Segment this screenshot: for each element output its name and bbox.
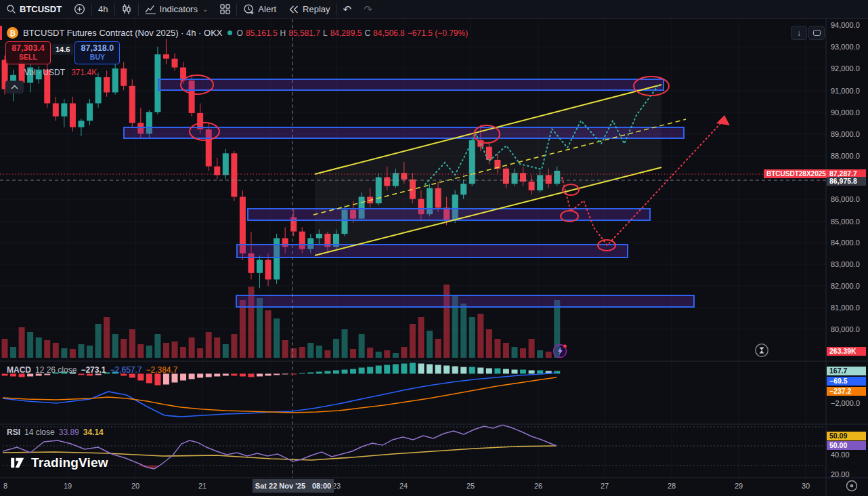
top-toolbar: BTCUSDT 4h Indicators ⌄ — [0, 0, 868, 19]
macd-hist-bar — [137, 374, 144, 381]
volume-legend: Vol · USDT 371.4K — [24, 68, 97, 77]
market-status-dot — [227, 30, 232, 35]
macd-params: 12 26 close — [35, 365, 77, 375]
volume-bar — [274, 318, 280, 358]
candlestick-icon — [121, 3, 132, 15]
volume-bar — [494, 339, 500, 358]
buy-button[interactable]: 87,318.0 BUY — [74, 41, 120, 64]
quick-trade-button[interactable] — [552, 343, 568, 361]
rsi-legend[interactable]: RSI 14 close 33.89 34.14 — [7, 428, 104, 437]
change-value: −671.5 (−0.79%) — [408, 28, 468, 38]
buy-label: BUY — [75, 53, 119, 61]
macd-hist-bar — [223, 374, 229, 376]
price-axis-tick: 81,000.0 — [831, 304, 860, 312]
lightning-icon — [552, 343, 568, 358]
price-axis-tick: 80,000.0 — [831, 325, 860, 333]
chevron-down-icon[interactable]: ⌄ — [202, 5, 208, 13]
rsi-params: 14 close — [24, 428, 55, 437]
timezone-target-button[interactable] — [845, 479, 859, 495]
macd-hist-bar — [324, 371, 330, 374]
supply-demand-zone — [124, 127, 684, 138]
volume-bar — [529, 339, 535, 358]
volume-bar — [342, 329, 348, 358]
volume-bar — [410, 324, 416, 358]
macd-hist-bar — [307, 373, 313, 374]
candle-body — [121, 68, 127, 86]
volume-bar — [2, 339, 8, 358]
macd-line — [3, 373, 557, 417]
rsi-value-badge: 50.00 — [827, 441, 866, 450]
sell-button[interactable]: 87,303.4 SELL — [5, 41, 51, 64]
indicators-button[interactable]: Indicators ⌄ — [139, 0, 215, 19]
crosshair-time-badge: Sat 22 Nov '25 08:00 — [253, 479, 334, 493]
candle-body — [95, 77, 102, 104]
candle-body — [53, 103, 59, 116]
time-axis-tick: 27 — [601, 482, 609, 490]
volume-bar — [112, 334, 118, 358]
volume-axis-badge: 263.39K — [827, 347, 866, 356]
tradingview-logo[interactable]: TradingView — [11, 455, 108, 470]
layout-grid-button[interactable] — [214, 0, 236, 19]
rsi-value: 33.89 — [59, 428, 79, 437]
price-axis-tick: 84,000.0 — [831, 239, 860, 247]
macd-hist-bar — [299, 373, 305, 374]
macd-signal-value: −2,384.7 — [146, 365, 177, 375]
volume-bar — [503, 343, 509, 358]
macd-hist-bar — [367, 367, 373, 374]
chart-app: BTCUSDT 4h Indicators ⌄ — [0, 0, 868, 496]
volume-bar — [460, 304, 466, 358]
price-axis-tick: 91,000.0 — [831, 87, 860, 95]
macd-hist-bar — [494, 369, 500, 374]
contract-price-label: BTCUSDT28X2025 — [764, 169, 829, 178]
frame-icon — [813, 30, 821, 36]
maximize-pane-button[interactable] — [808, 26, 825, 40]
volume-bar — [486, 329, 492, 358]
macd-hist-value: −273.1 — [81, 365, 106, 375]
candle-body — [87, 103, 93, 121]
volume-bar — [27, 332, 33, 358]
macd-legend[interactable]: MACD 12 26 close −273.1 −2,657.7 −2,384.… — [7, 365, 178, 375]
alert-button[interactable]: Alert — [237, 0, 282, 19]
high-label: H — [280, 28, 286, 38]
rsi-ma-value: 34.14 — [83, 428, 104, 437]
interval-button[interactable]: 4h — [92, 0, 114, 19]
macd-hist-bar — [265, 374, 272, 376]
volume-bar — [189, 337, 195, 358]
interval-label: 4h — [98, 4, 108, 14]
history-wait-button[interactable] — [754, 343, 769, 360]
chart-title: BTCUSDT Futures Contract (Nov 2025) · 4h… — [23, 28, 223, 38]
macd-hist-bar — [342, 370, 348, 374]
macd-hist-bar — [393, 365, 399, 374]
candle-body — [112, 68, 118, 92]
candle-body — [231, 153, 237, 197]
compare-add-button[interactable] — [68, 0, 91, 19]
indicators-label: Indicators — [160, 4, 198, 14]
undo-icon: ↶ — [343, 3, 352, 16]
redo-icon: ↷ — [364, 3, 372, 16]
volume-bar — [10, 347, 16, 358]
volume-bar — [520, 348, 526, 358]
chart-canvas[interactable] — [0, 0, 868, 496]
price-axis-tick: 82,000.0 — [831, 282, 860, 290]
price-axis-tick: 93,000.0 — [831, 43, 860, 51]
tradingview-wordmark: TradingView — [31, 455, 108, 470]
search-icon — [6, 4, 16, 14]
macd-hist-bar — [410, 363, 416, 374]
redo-button[interactable]: ↷ — [357, 0, 378, 19]
symbol-search-button[interactable]: BTCUSDT — [0, 0, 68, 19]
time-axis-tick: 30 — [802, 482, 810, 490]
volume-bar — [384, 350, 390, 358]
volume-bar — [418, 317, 424, 358]
chart-legend[interactable]: ₿ BTCUSDT Futures Contract (Nov 2025) · … — [7, 27, 468, 39]
chart-style-button[interactable] — [115, 0, 138, 19]
macd-hist-bar — [333, 371, 339, 374]
supply-demand-zone — [248, 209, 650, 220]
high-value: 85,581.7 — [288, 28, 320, 38]
tradingview-mark-icon — [11, 456, 27, 470]
undo-button[interactable]: ↶ — [337, 0, 358, 19]
replay-button[interactable]: Replay — [282, 0, 336, 19]
collapse-panel-button[interactable] — [5, 81, 24, 94]
macd-hist-bar — [248, 374, 254, 377]
scroll-to-recent-button[interactable]: ↓ — [791, 26, 807, 40]
candle-body — [61, 103, 67, 116]
